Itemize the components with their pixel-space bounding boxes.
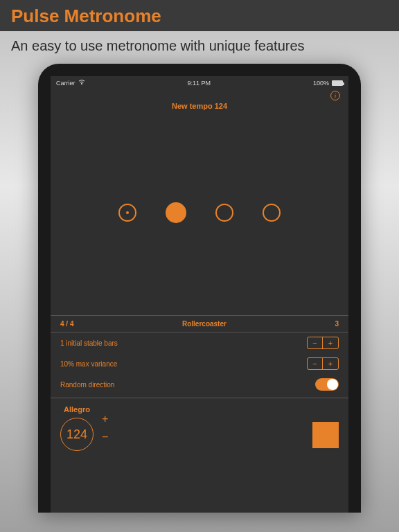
tempo-minus-button[interactable]: − bbox=[102, 432, 108, 443]
initial-bars-label: 1 initial stable bars bbox=[60, 339, 118, 347]
random-direction-toggle[interactable] bbox=[315, 378, 339, 391]
initial-bars-plus-button[interactable]: + bbox=[323, 337, 338, 348]
tempo-name-label: Allegro bbox=[60, 405, 94, 414]
beat-3[interactable] bbox=[215, 204, 233, 222]
initial-bars-minus-button[interactable]: − bbox=[308, 337, 323, 348]
beat-1[interactable] bbox=[118, 204, 136, 222]
random-direction-label: Random direction bbox=[60, 381, 114, 389]
variance-stepper: − + bbox=[307, 357, 339, 370]
tempo-plus-button[interactable]: + bbox=[102, 414, 108, 425]
time-signature: 4 / 4 bbox=[60, 320, 73, 328]
beat-4[interactable] bbox=[263, 204, 281, 222]
app-title: Pulse Metronome bbox=[11, 6, 388, 27]
info-button[interactable]: i bbox=[330, 91, 340, 100]
tempo-value-display[interactable]: 124 bbox=[60, 418, 94, 451]
battery-percent: 100% bbox=[313, 80, 329, 87]
app-screen: Carrier 9:11 PM 100% i New tempo 124 4 bbox=[51, 76, 348, 513]
variance-row: 10% max variance − + bbox=[51, 353, 348, 374]
beat-2[interactable] bbox=[166, 202, 186, 223]
initial-bars-stepper: − + bbox=[307, 337, 339, 349]
tablet-device-frame: Carrier 9:11 PM 100% i New tempo 124 4 bbox=[38, 64, 361, 513]
promo-banner: Pulse Metronome bbox=[0, 0, 399, 31]
variance-plus-button[interactable]: + bbox=[323, 358, 338, 369]
preset-name-label[interactable]: New tempo 124 bbox=[51, 100, 348, 110]
pattern-header[interactable]: 4 / 4 Rollercoaster 3 bbox=[51, 316, 348, 332]
toggle-knob bbox=[327, 379, 338, 390]
svg-point-0 bbox=[81, 84, 82, 85]
status-bar: Carrier 9:11 PM 100% bbox=[51, 76, 348, 88]
stop-button[interactable] bbox=[312, 422, 339, 448]
pattern-count: 3 bbox=[335, 320, 339, 328]
tempo-control: Allegro 124 + − bbox=[60, 405, 108, 451]
wifi-icon bbox=[78, 79, 85, 87]
app-subtitle: An easy to use metronome with unique fea… bbox=[0, 31, 399, 64]
variance-label: 10% max variance bbox=[60, 360, 117, 368]
beat-indicator-row bbox=[51, 200, 348, 225]
initial-bars-row: 1 initial stable bars − + bbox=[51, 332, 348, 353]
battery-icon bbox=[332, 80, 343, 86]
carrier-label: Carrier bbox=[56, 80, 76, 87]
clock: 9:11 PM bbox=[187, 80, 211, 87]
pattern-name: Rollercoaster bbox=[182, 320, 227, 328]
random-direction-row: Random direction bbox=[51, 374, 348, 395]
variance-minus-button[interactable]: − bbox=[308, 358, 323, 369]
